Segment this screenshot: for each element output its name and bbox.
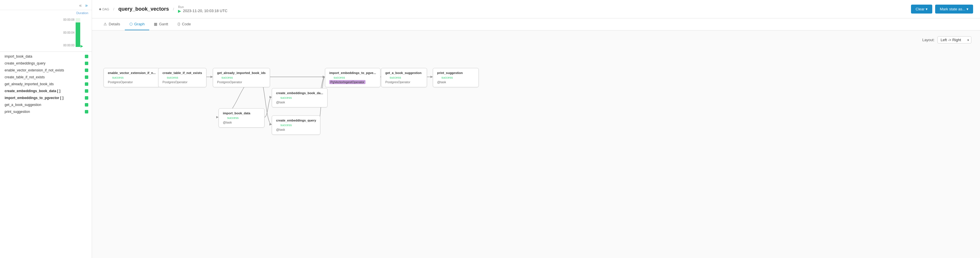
warning-icon: ⚠ [103, 22, 107, 26]
sidebar-status-dot [85, 96, 88, 99]
tab-label: Details [109, 22, 120, 26]
sidebar-item-create_embeddings_query[interactable]: create_embeddings_query [0, 60, 92, 67]
dag-connection-line [264, 97, 272, 117]
run-value: ▶ 2023-11-20, 10:03:18 UTC [178, 9, 228, 13]
gantt-icon: ▦ [154, 22, 157, 26]
sidebar-item-label: import_embeddings_to_pgvector [ ] [5, 96, 85, 100]
play-icon: ▶ [178, 9, 181, 13]
sidebar: « » Duration 00:00:08 00:00:04 00:00:00 … [0, 0, 92, 258]
node-status-dot [223, 116, 226, 119]
sidebar-item-get_already_imported_book_ids[interactable]: get_already_imported_book_ids [0, 81, 92, 88]
sidebar-divider [0, 51, 92, 52]
tab-graph[interactable]: ⬡ Graph [125, 18, 149, 30]
dag-node-print_suggestion[interactable]: print_suggestion success @task [433, 68, 479, 87]
node-title: create_embeddings_book_da... [276, 91, 323, 95]
operator-label: PostgresOperator [217, 80, 242, 84]
sidebar-collapse-btn[interactable]: « [77, 2, 83, 9]
node-status-text: success [280, 123, 292, 127]
dag-arrow-head [216, 116, 218, 119]
tab-label: Graph [134, 22, 145, 26]
graph-icon: ⬡ [129, 22, 132, 26]
tab-gantt[interactable]: ▦ Gantt [149, 18, 173, 30]
node-status-text: success [221, 76, 233, 79]
sidebar-item-create_table_if_not_exists[interactable]: create_table_if_not_exists [0, 74, 92, 81]
node-status-text: success [167, 76, 178, 79]
node-status: success [217, 76, 266, 79]
dag-node-get_a_book_suggestion[interactable]: get_a_book_suggestion success PostgresOp… [381, 68, 427, 87]
sidebar-chart: 00:00:08 00:00:04 00:00:00 ▶ [0, 16, 92, 50]
node-status-dot [217, 76, 220, 79]
layout-selector: Layout: Left -> Right Top -> Bottom [922, 36, 971, 43]
dag-arrow-head [323, 76, 325, 78]
tab-code[interactable]: ⟨⟩ Code [173, 18, 196, 30]
sidebar-status-dot [85, 89, 88, 93]
sidebar-item-label: create_table_if_not_exists [5, 75, 85, 79]
topbar-left: ◆ DAG / query_book_vectors / Run ▶ 2023-… [99, 5, 228, 13]
graph-area[interactable]: Layout: Left -> Right Top -> Bottom enab… [92, 30, 980, 258]
sidebar-item-label: create_embeddings_query [5, 61, 85, 66]
chart-label-mid: 00:00:04 [63, 31, 75, 34]
node-status: success [276, 96, 323, 99]
node-status: success [385, 76, 423, 79]
sidebar-status-dot [85, 55, 88, 58]
mark-dropdown-icon: ▾ [966, 7, 969, 11]
dag-arrow-head [269, 96, 272, 98]
topbar-separator: / [113, 7, 115, 11]
code-icon: ⟨⟩ [177, 22, 180, 26]
layout-select-wrapper: Left -> Right Top -> Bottom [937, 36, 971, 43]
node-title: get_a_book_suggestion [385, 71, 423, 75]
operator-label: PostgresOperator [162, 80, 188, 84]
dag-node-get_already_imported_book_ids[interactable]: get_already_imported_book_ids success Po… [213, 68, 270, 87]
sidebar-item-label: print_suggestion [5, 110, 85, 114]
layout-label: Layout: [922, 38, 935, 42]
node-title: create_embeddings_query [276, 119, 316, 122]
node-status: success [329, 76, 376, 79]
sidebar-item-label: get_already_imported_book_ids [5, 82, 85, 86]
operator-label: @task [223, 121, 232, 124]
chart-label-top: 00:00:08 [63, 18, 75, 21]
sidebar-item-print_suggestion[interactable]: print_suggestion [0, 108, 92, 115]
chart-arrow-icon: ▶ [81, 44, 83, 48]
node-status: success [223, 116, 260, 120]
sidebar-status-dot [85, 69, 88, 72]
dag-node-create_embeddings_query[interactable]: create_embeddings_query success @task [272, 115, 320, 135]
tab-label: Code [182, 22, 191, 26]
dag-arrow-head [210, 76, 213, 78]
node-status: success [162, 76, 202, 79]
tab-details[interactable]: ⚠ Details [99, 18, 125, 30]
main-content: ◆ DAG / query_book_vectors / Run ▶ 2023-… [92, 0, 980, 258]
sidebar-status-dot [85, 75, 88, 79]
dag-node-enable_vector_extension[interactable]: enable_vector_extension_if_n... success … [103, 68, 160, 87]
sidebar-item-label: create_embeddings_book_data [ ] [5, 89, 85, 93]
operator-label: @task [437, 80, 446, 84]
sidebar-item-import_book_data[interactable]: import_book_data [0, 53, 92, 60]
dag-connections-svg [92, 30, 980, 258]
sidebar-item-import_embeddings_to_pgvector[interactable]: import_embeddings_to_pgvector [ ] [0, 95, 92, 101]
clear-button[interactable]: Clear ▾ [911, 5, 932, 14]
dag-node-import_embeddings_to_pgvector[interactable]: import_embeddings_to_pgve... success PgV… [325, 68, 380, 87]
node-title: enable_vector_extension_if_n... [108, 71, 156, 75]
node-status-dot [276, 96, 279, 99]
sidebar-status-dot [85, 103, 88, 107]
dag-node-import_book_data[interactable]: import_book_data success @task [218, 108, 264, 128]
sidebar-item-get_a_book_suggestion[interactable]: get_a_book_suggestion [0, 101, 92, 108]
topbar-right: Clear ▾ Mark state as... ▾ [911, 5, 973, 14]
dag-node-create_table_if_not_exists[interactable]: create_table_if_not_exists success Postg… [158, 68, 207, 87]
mark-state-button[interactable]: Mark state as... ▾ [935, 5, 973, 14]
sidebar-expand-btn[interactable]: » [83, 2, 89, 9]
dag-label: ◆ DAG [99, 7, 109, 11]
sidebar-status-dot [85, 110, 88, 114]
node-title: print_suggestion [437, 71, 474, 75]
layout-select[interactable]: Left -> Right Top -> Bottom [937, 36, 971, 43]
sidebar-item-enable_vector_extension_if_not_exists[interactable]: enable_vector_extension_if_not_exists [0, 67, 92, 74]
clear-dropdown-icon: ▾ [926, 7, 928, 11]
node-status-text: success [112, 76, 124, 79]
dag-node-create_embeddings_book_data[interactable]: create_embeddings_book_da... success @ta… [272, 88, 328, 107]
dag-arrow-head [269, 123, 272, 125]
sidebar-item-label: get_a_book_suggestion [5, 103, 85, 107]
node-status-text: success [441, 76, 453, 79]
sidebar-duration-label: Duration [0, 10, 92, 16]
node-title: get_already_imported_book_ids [217, 71, 266, 75]
tab-label: Gantt [159, 22, 168, 26]
sidebar-item-create_embeddings_book_data[interactable]: create_embeddings_book_data [ ] [0, 88, 92, 95]
